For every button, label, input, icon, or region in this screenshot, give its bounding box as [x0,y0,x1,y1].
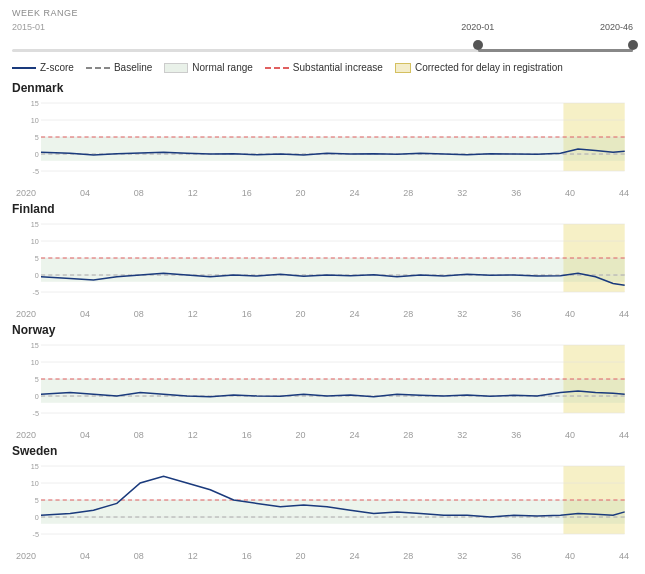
x-axis-tick-label: 2020 [16,551,36,561]
x-axis-tick-label: 04 [80,309,90,319]
x-axis-tick-label: 04 [80,188,90,198]
main-container: WEEK RANGE 2015-01 2020-01 2020-46 Z-sco… [0,0,645,569]
range-slider-area[interactable]: 2015-01 2020-01 2020-46 [12,22,633,58]
x-axis-tick-label: 20 [296,309,306,319]
baseline-line-icon [86,67,110,69]
chart-wrapper-sweden: -5051015 [12,460,633,550]
svg-text:10: 10 [31,359,39,367]
chart-sweden: Sweden-505101520200408121620242832364044 [12,444,633,561]
chart-wrapper-denmark: -5051015 [12,97,633,187]
x-axis-tick-label: 36 [511,430,521,440]
x-axis-tick-label: 40 [565,551,575,561]
range-end-label: 2020-46 [600,22,633,32]
x-axis-tick-label: 08 [134,188,144,198]
x-axis-labels: 20200408121620242832364044 [12,430,633,440]
chart-norway: Norway-505101520200408121620242832364044 [12,323,633,440]
substantial-line-icon [265,67,289,69]
chart-wrapper-finland: -5051015 [12,218,633,308]
range-min-label: 2015-01 [12,22,45,32]
normal-label: Normal range [192,62,253,73]
normal-range-region [41,258,625,282]
chart-title-denmark: Denmark [12,81,633,95]
x-axis-tick-label: 28 [403,551,413,561]
slider-handle-right[interactable] [628,40,638,50]
chart-title-norway: Norway [12,323,633,337]
x-axis-labels: 20200408121620242832364044 [12,551,633,561]
chart-denmark: Denmark-50510152020040812162024283236404… [12,81,633,198]
x-axis-tick-label: 08 [134,430,144,440]
x-axis-tick-label: 24 [349,309,359,319]
slider-active-range [478,49,633,52]
svg-text:-5: -5 [32,168,38,176]
x-axis-tick-label: 20 [296,430,306,440]
chart-finland: Finland-50510152020040812162024283236404… [12,202,633,319]
corrected-box-icon [395,63,411,73]
x-axis-tick-label: 36 [511,551,521,561]
x-axis-tick-label: 32 [457,430,467,440]
x-axis-tick-label: 16 [242,309,252,319]
legend-substantial: Substantial increase [265,62,383,73]
x-axis-tick-label: 28 [403,188,413,198]
legend-corrected: Corrected for delay in registration [395,62,563,73]
x-axis-tick-label: 28 [403,430,413,440]
svg-text:5: 5 [35,134,39,142]
x-axis-tick-label: 44 [619,309,629,319]
x-axis-tick-label: 40 [565,188,575,198]
svg-text:15: 15 [31,100,39,108]
x-axis-tick-label: 16 [242,430,252,440]
normal-range-region [41,137,625,161]
x-axis-tick-label: 04 [80,430,90,440]
svg-text:10: 10 [31,117,39,125]
x-axis-tick-label: 32 [457,188,467,198]
substantial-label: Substantial increase [293,62,383,73]
chart-wrapper-norway: -5051015 [12,339,633,429]
svg-text:15: 15 [31,221,39,229]
svg-text:0: 0 [35,393,39,401]
charts-area: Denmark-50510152020040812162024283236404… [12,81,633,561]
x-axis-tick-label: 04 [80,551,90,561]
x-axis-tick-label: 16 [242,551,252,561]
x-axis-labels: 20200408121620242832364044 [12,309,633,319]
svg-text:-5: -5 [32,289,38,297]
zscore-label: Z-score [40,62,74,73]
chart-title-sweden: Sweden [12,444,633,458]
x-axis-tick-label: 24 [349,188,359,198]
x-axis-tick-label: 08 [134,551,144,561]
svg-text:0: 0 [35,514,39,522]
x-axis-tick-label: 20 [296,188,306,198]
x-axis-tick-label: 2020 [16,309,36,319]
svg-text:-5: -5 [32,531,38,539]
x-axis-tick-label: 12 [188,430,198,440]
slider-handle-left[interactable] [473,40,483,50]
chart-title-finland: Finland [12,202,633,216]
x-axis-tick-label: 40 [565,430,575,440]
svg-text:10: 10 [31,480,39,488]
x-axis-tick-label: 24 [349,430,359,440]
normal-range-icon [164,63,188,73]
x-axis-tick-label: 24 [349,551,359,561]
x-axis-tick-label: 36 [511,309,521,319]
week-range-label: WEEK RANGE [12,8,633,18]
svg-text:0: 0 [35,272,39,280]
x-axis-tick-label: 2020 [16,188,36,198]
svg-text:-5: -5 [32,410,38,418]
x-axis-tick-label: 44 [619,551,629,561]
svg-text:0: 0 [35,151,39,159]
corrected-label: Corrected for delay in registration [415,62,563,73]
range-start-label: 2020-01 [461,22,494,32]
x-axis-tick-label: 32 [457,551,467,561]
normal-range-region [41,379,625,403]
chart-legend: Z-score Baseline Normal range Substantia… [12,62,633,73]
x-axis-tick-label: 40 [565,309,575,319]
baseline-label: Baseline [114,62,152,73]
svg-text:5: 5 [35,255,39,263]
x-axis-tick-label: 16 [242,188,252,198]
svg-text:15: 15 [31,463,39,471]
slider-track [12,49,633,52]
x-axis-tick-label: 2020 [16,430,36,440]
legend-normal: Normal range [164,62,253,73]
svg-text:5: 5 [35,497,39,505]
zscore-line-icon [12,67,36,69]
svg-text:15: 15 [31,342,39,350]
x-axis-labels: 20200408121620242832364044 [12,188,633,198]
